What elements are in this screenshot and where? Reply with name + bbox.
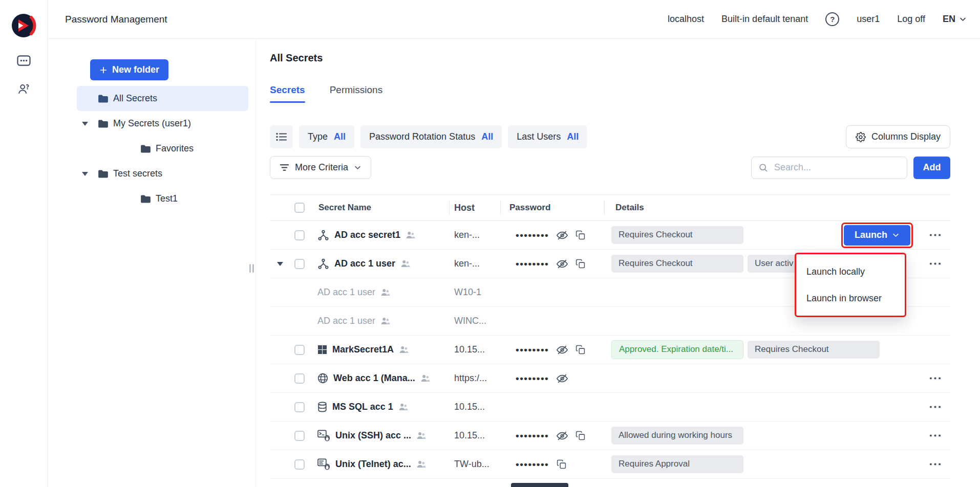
launch-menu-item[interactable]: Launch in browser <box>796 285 905 312</box>
ellipsis-icon[interactable] <box>929 262 941 265</box>
caret-down-icon[interactable] <box>82 122 93 126</box>
app-title: Password Management <box>65 14 167 25</box>
row-checkbox[interactable] <box>294 402 305 412</box>
copy-icon[interactable] <box>557 459 566 469</box>
filter-value: All <box>334 131 346 142</box>
eye-off-icon[interactable] <box>557 430 568 441</box>
new-folder-label: New folder <box>112 64 159 75</box>
row-checkbox[interactable] <box>294 459 305 470</box>
user-session-icon[interactable] <box>15 81 32 97</box>
eye-off-icon[interactable] <box>557 344 568 356</box>
details-cell: Requires CheckoutUser activ <box>604 250 824 278</box>
folder-label: All Secrets <box>113 93 157 104</box>
secret-name: Unix (SSH) acc ... <box>335 430 411 441</box>
unix-ssh-icon <box>317 430 330 441</box>
language-selector[interactable]: EN <box>943 14 967 25</box>
ellipsis-icon[interactable] <box>929 234 941 236</box>
details-cell: Requires Checkout <box>604 221 824 249</box>
copy-icon[interactable] <box>576 230 585 240</box>
folder-item[interactable]: All Secrets <box>77 86 248 111</box>
password-cell: •••••••• <box>500 250 604 278</box>
more-criteria-button[interactable]: More Criteria <box>270 156 371 179</box>
header-checkbox-cell <box>290 195 311 220</box>
launch-menu-item[interactable]: Launch locally <box>796 258 905 285</box>
secret-name: Unix (Telnet) ac... <box>335 459 411 470</box>
eye-off-icon[interactable] <box>557 373 568 384</box>
folder-icon <box>98 94 109 103</box>
copy-icon[interactable] <box>576 345 585 355</box>
caret-down-icon[interactable] <box>82 172 93 176</box>
list-view-button[interactable] <box>270 125 293 148</box>
unix-telnet-icon <box>317 458 330 470</box>
ellipsis-icon[interactable] <box>929 463 941 466</box>
eye-off-icon[interactable] <box>557 230 568 241</box>
copy-icon[interactable] <box>576 259 585 269</box>
host-value: 10.15... <box>454 344 485 355</box>
partial-overlay-element <box>511 483 568 487</box>
user-menu[interactable]: user1 <box>857 14 880 25</box>
eye-off-icon[interactable] <box>557 258 568 270</box>
filter-chip[interactable]: TypeAll <box>299 125 354 148</box>
secret-name: MS SQL acc 1 <box>332 402 393 412</box>
folder-item[interactable]: Favorites <box>77 136 248 161</box>
table-row[interactable]: Unix (Telnet) ac...TW-ub...••••••••Requi… <box>270 450 950 479</box>
row-checkbox[interactable] <box>294 230 305 240</box>
row-checkbox[interactable] <box>294 345 305 355</box>
ellipsis-icon[interactable] <box>929 434 941 437</box>
folder-item[interactable]: Test1 <box>77 186 248 211</box>
password-cell: •••••••• <box>500 450 604 478</box>
table-row[interactable]: MS SQL acc 110.15... <box>270 393 950 422</box>
folder-icon <box>140 194 151 204</box>
folder-label: Test1 <box>156 193 178 204</box>
row-caret-cell <box>270 422 290 450</box>
status-badge: Requires Checkout <box>611 255 743 273</box>
select-all-checkbox[interactable] <box>294 203 305 213</box>
table-row[interactable]: AD acc secret1ken-...••••••••Requires Ch… <box>270 221 950 250</box>
filter-chip[interactable]: Password Rotation StatusAll <box>360 125 502 148</box>
folder-item[interactable]: My Secrets (user1) <box>77 111 248 136</box>
host-value: ken-... <box>454 230 480 240</box>
account-icon <box>398 403 408 411</box>
secret-name: AD acc secret1 <box>334 230 400 240</box>
sidebar-resize-handle[interactable] <box>249 264 254 273</box>
chevron-down-icon <box>892 231 900 239</box>
filter-chip[interactable]: Last UsersAll <box>508 125 587 148</box>
secret-name-cell: Web acc 1 (Mana... <box>311 364 449 392</box>
tab-permissions[interactable]: Permissions <box>330 84 382 103</box>
ellipsis-icon[interactable] <box>929 377 941 380</box>
help-icon[interactable]: ? <box>825 12 839 26</box>
ellipsis-icon[interactable] <box>929 406 941 408</box>
row-checkbox-cell <box>290 393 311 421</box>
row-checkbox-cell <box>290 364 311 392</box>
add-button[interactable]: Add <box>913 157 950 179</box>
status-badge: Requires Checkout <box>748 341 880 359</box>
row-checkbox[interactable] <box>294 373 305 384</box>
row-caret-cell <box>270 307 290 335</box>
row-checkbox-cell <box>290 450 311 478</box>
row-expand-caret-icon[interactable] <box>270 250 290 278</box>
host-cell: https:/... <box>449 364 500 392</box>
account-icon <box>380 288 390 297</box>
status-badge: Requires Approval <box>611 455 743 473</box>
search-box <box>751 157 907 179</box>
row-caret-cell <box>270 336 290 364</box>
table-row[interactable]: MarkSecret1A10.15...••••••••Approved. Ex… <box>270 336 950 364</box>
column-header: Secret Name <box>311 195 449 220</box>
language-label: EN <box>943 14 955 25</box>
table-row[interactable]: Unix (SSH) acc ...10.15...••••••••Allowe… <box>270 422 950 450</box>
folder-item[interactable]: Test secrets <box>77 161 248 186</box>
columns-display-button[interactable]: Columns Display <box>846 125 950 148</box>
new-folder-button[interactable]: New folder <box>90 59 168 80</box>
tab-secrets[interactable]: Secrets <box>270 84 305 103</box>
search-input[interactable] <box>751 157 907 179</box>
copy-icon[interactable] <box>576 431 585 440</box>
vault-icon[interactable] <box>15 53 32 68</box>
password-cell: •••••••• <box>500 336 604 364</box>
log-off-button[interactable]: Log off <box>897 14 925 25</box>
row-checkbox[interactable] <box>294 431 305 441</box>
table-row[interactable]: Web acc 1 (Mana...https:/...•••••••• <box>270 364 950 393</box>
details-cell <box>604 364 824 392</box>
host-value: https:/... <box>454 373 487 384</box>
row-checkbox[interactable] <box>294 259 305 269</box>
launch-button[interactable]: Launch <box>844 225 910 246</box>
